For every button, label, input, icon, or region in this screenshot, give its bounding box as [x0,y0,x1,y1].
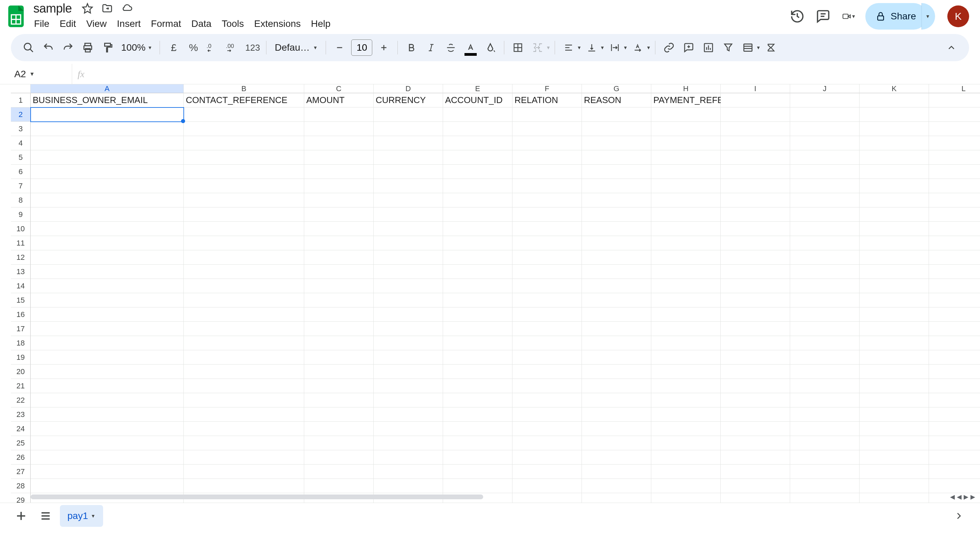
cell-A22[interactable] [30,393,184,407]
cell-J4[interactable] [790,136,859,150]
cell-J24[interactable] [790,422,859,436]
cell-J25[interactable] [790,436,859,450]
cell-A27[interactable] [30,465,184,479]
cell-F6[interactable] [512,165,582,179]
text-rotation-button[interactable] [628,38,648,57]
cell-F4[interactable] [512,136,582,150]
cell-I18[interactable] [721,336,790,350]
share-button[interactable]: Share [865,3,927,30]
cell-K16[interactable] [859,307,929,322]
cell-I23[interactable] [721,407,790,422]
cell-B3[interactable] [184,122,304,136]
more-formats-button[interactable]: 123 [243,38,262,57]
cell-F26[interactable] [512,450,582,465]
decrease-decimal-icon[interactable]: .0 [204,38,223,57]
cell-I4[interactable] [721,136,790,150]
merge-cells-button[interactable] [528,38,547,57]
cell-B26[interactable] [184,450,304,465]
cell-A28[interactable] [30,479,184,493]
cell-G4[interactable] [582,136,651,150]
cell-D1[interactable]: CURRENCY [374,93,443,108]
row-header-28[interactable]: 28 [11,479,30,493]
cell-H2[interactable] [651,108,721,122]
cell-K11[interactable] [859,236,929,250]
cell-F10[interactable] [512,222,582,236]
cell-L24[interactable] [929,422,980,436]
row-header-2[interactable]: 2 [11,108,30,122]
text-wrap-button[interactable] [605,38,624,57]
cell-C24[interactable] [304,422,374,436]
cell-H27[interactable] [651,465,721,479]
cell-D10[interactable] [374,222,443,236]
cell-L15[interactable] [929,293,980,307]
cell-J28[interactable] [790,479,859,493]
col-header-A[interactable]: A [30,84,184,93]
cell-L28[interactable] [929,479,980,493]
cell-K25[interactable] [859,436,929,450]
cell-G25[interactable] [582,436,651,450]
cell-K6[interactable] [859,165,929,179]
cell-K17[interactable] [859,322,929,336]
insert-link-icon[interactable] [659,38,679,57]
cell-L7[interactable] [929,179,980,193]
cell-L9[interactable] [929,207,980,222]
collapse-toolbar-icon[interactable] [942,38,961,57]
spreadsheet-grid[interactable]: ABCDEFGHIJKL1BUSINESS_OWNER_EMAILCONTACT… [11,84,980,503]
cell-I1[interactable] [721,93,790,108]
cell-B15[interactable] [184,293,304,307]
zoom-select[interactable]: 100%▼ [118,42,156,53]
cell-K24[interactable] [859,422,929,436]
row-header-17[interactable]: 17 [11,322,30,336]
cell-F17[interactable] [512,322,582,336]
cell-F1[interactable]: RELATION [512,93,582,108]
cell-L22[interactable] [929,393,980,407]
cell-D24[interactable] [374,422,443,436]
cell-H12[interactable] [651,250,721,265]
cell-C16[interactable] [304,307,374,322]
cell-E6[interactable] [443,165,512,179]
cell-B21[interactable] [184,379,304,393]
row-header-21[interactable]: 21 [11,379,30,393]
cell-K8[interactable] [859,193,929,207]
cell-I21[interactable] [721,379,790,393]
cell-I15[interactable] [721,293,790,307]
strikethrough-icon[interactable] [441,38,460,57]
cell-G16[interactable] [582,307,651,322]
cell-C13[interactable] [304,265,374,279]
cell-C28[interactable] [304,479,374,493]
row-header-3[interactable]: 3 [11,122,30,136]
decrease-font-icon[interactable] [330,38,349,57]
cell-I9[interactable] [721,207,790,222]
search-menu-icon[interactable] [19,38,38,57]
cell-L4[interactable] [929,136,980,150]
cell-D18[interactable] [374,336,443,350]
row-header-22[interactable]: 22 [11,393,30,407]
cell-E24[interactable] [443,422,512,436]
cell-G10[interactable] [582,222,651,236]
cell-H28[interactable] [651,479,721,493]
cell-H17[interactable] [651,322,721,336]
cell-J21[interactable] [790,379,859,393]
cell-F19[interactable] [512,350,582,365]
cell-J22[interactable] [790,393,859,407]
col-header-C[interactable]: C [304,84,374,93]
menu-view[interactable]: View [81,16,111,31]
cell-B20[interactable] [184,365,304,379]
cell-F3[interactable] [512,122,582,136]
cell-E5[interactable] [443,150,512,165]
move-folder-icon[interactable] [100,2,114,15]
cell-G21[interactable] [582,379,651,393]
cell-F18[interactable] [512,336,582,350]
cell-K21[interactable] [859,379,929,393]
share-dropdown[interactable]: ▼ [921,3,935,30]
cell-J9[interactable] [790,207,859,222]
cell-G18[interactable] [582,336,651,350]
cell-B28[interactable] [184,479,304,493]
cell-A1[interactable]: BUSINESS_OWNER_EMAIL [30,93,184,108]
cell-B5[interactable] [184,150,304,165]
bold-icon[interactable] [402,38,421,57]
cell-J11[interactable] [790,236,859,250]
cell-I27[interactable] [721,465,790,479]
cell-E10[interactable] [443,222,512,236]
cell-L18[interactable] [929,336,980,350]
